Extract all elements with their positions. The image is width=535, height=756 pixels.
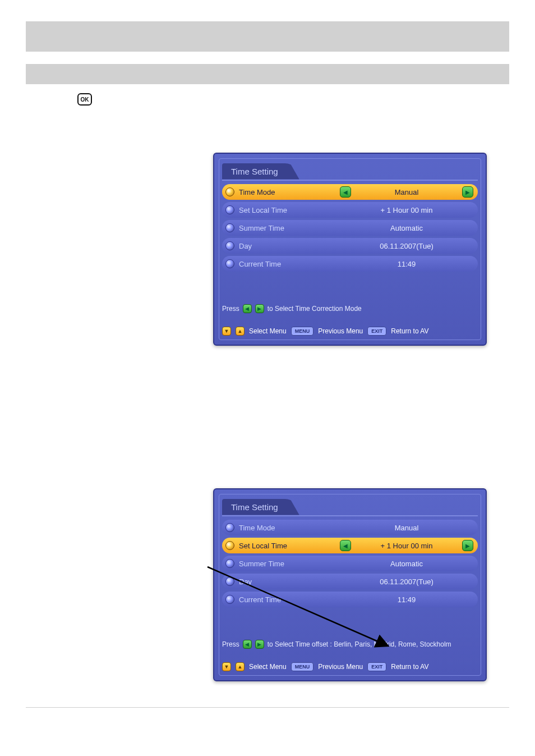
menu-row-current-time[interactable]: Current Time ◀ 11:49 ▶	[222, 256, 478, 272]
row-value: Manual	[351, 188, 462, 196]
osd-title-tab: Time Setting	[222, 497, 299, 516]
bullet-icon	[225, 205, 234, 214]
footer-exit: Return to AV	[391, 327, 428, 335]
hint-prefix: Press	[222, 305, 239, 313]
bullet-icon	[225, 541, 234, 550]
menu-row-set-local-time[interactable]: Set Local Time ◀ + 1 Hour 00 min ▶	[222, 538, 478, 553]
menu-tag: MENU	[291, 662, 314, 671]
footer-menu: Previous Menu	[318, 327, 363, 335]
row-value: 11:49	[351, 595, 462, 604]
footer-select: Select Menu	[249, 663, 287, 671]
exit-tag: EXIT	[367, 662, 386, 671]
row-value: + 1 Hour 00 min	[351, 542, 462, 550]
osd-tab-divider	[222, 515, 478, 516]
bullet-icon	[225, 577, 234, 586]
menu-row-summer-time[interactable]: Summer Time ◀ Automatic ▶	[222, 556, 478, 571]
row-value: 06.11.2007(Tue)	[351, 578, 462, 586]
section-heading-bar	[26, 21, 509, 52]
osd-time-setting-1: Time Setting Time Mode ◀ Manual ▶ Set Lo…	[213, 153, 487, 346]
exit-tag: EXIT	[367, 327, 386, 336]
hint-suffix: to Select Time offset : Berlin, Paris, M…	[268, 640, 451, 648]
menu-row-summer-time[interactable]: Summer Time ◀ Automatic ▶	[222, 220, 478, 236]
osd-menu-list: Time Mode ◀ Manual ▶ Set Local Time ◀ + …	[222, 184, 478, 272]
arrow-down-icon: ▼	[222, 327, 231, 336]
arrow-left-icon[interactable]: ◀	[340, 540, 351, 551]
osd-hint: Press ◀ ▶ to Select Time offset : Berlin…	[222, 640, 451, 649]
osd-time-setting-2: Time Setting Time Mode ◀ Manual ▶ Set Lo…	[213, 488, 487, 681]
row-value: + 1 Hour 00 min	[351, 206, 462, 214]
arrow-left-icon: ◀	[243, 640, 252, 649]
arrow-left-icon[interactable]: ◀	[340, 186, 351, 198]
menu-row-day[interactable]: Day ◀ 06.11.2007(Tue) ▶	[222, 574, 478, 589]
footer-exit: Return to AV	[391, 663, 428, 671]
bullet-icon	[225, 595, 234, 604]
row-value: Manual	[351, 524, 462, 532]
subsection-heading-bar	[26, 64, 509, 84]
osd-title-tab: Time Setting	[222, 162, 299, 181]
hint-prefix: Press	[222, 640, 239, 648]
row-value: 06.11.2007(Tue)	[351, 242, 462, 250]
row-label: Summer Time	[239, 224, 340, 232]
osd-hint: Press ◀ ▶ to Select Time Correction Mode	[222, 304, 362, 313]
bullet-icon	[225, 259, 234, 268]
arrow-down-icon: ▼	[222, 662, 231, 671]
row-label: Set Local Time	[239, 206, 340, 214]
menu-row-current-time[interactable]: Current Time ◀ 11:49 ▶	[222, 592, 478, 607]
arrow-right-icon: ▶	[255, 640, 264, 649]
arrow-right-icon: ▶	[255, 304, 264, 313]
bullet-icon	[225, 523, 234, 532]
bullet-icon	[225, 187, 234, 196]
row-value: Automatic	[351, 560, 462, 568]
arrow-up-icon: ▲	[236, 327, 245, 336]
row-label: Time Mode	[239, 524, 340, 532]
ok-icon: OK	[77, 93, 92, 106]
ok-key-reference: OK	[77, 93, 509, 106]
footer-menu: Previous Menu	[318, 663, 363, 671]
menu-row-time-mode[interactable]: Time Mode ◀ Manual ▶	[222, 520, 478, 535]
row-label: Day	[239, 578, 340, 586]
menu-row-time-mode[interactable]: Time Mode ◀ Manual ▶	[222, 184, 478, 200]
menu-tag: MENU	[291, 327, 314, 336]
osd-tab-divider	[222, 180, 478, 181]
arrow-up-icon: ▲	[236, 662, 245, 671]
osd-title: Time Setting	[222, 499, 299, 515]
arrow-right-icon[interactable]: ▶	[462, 186, 473, 198]
bullet-icon	[225, 223, 234, 232]
osd-footer: ▼ ▲ Select Menu MENU Previous Menu EXIT …	[222, 662, 428, 671]
arrow-right-icon[interactable]: ▶	[462, 540, 473, 551]
row-label: Current Time	[239, 595, 340, 604]
row-label: Set Local Time	[239, 542, 340, 550]
row-value: Automatic	[351, 224, 462, 232]
osd-menu-list: Time Mode ◀ Manual ▶ Set Local Time ◀ + …	[222, 520, 478, 607]
footer-select: Select Menu	[249, 327, 287, 335]
page-footer-divider	[26, 707, 509, 708]
osd-footer: ▼ ▲ Select Menu MENU Previous Menu EXIT …	[222, 327, 428, 336]
bullet-icon	[225, 559, 234, 568]
row-label: Current Time	[239, 260, 340, 268]
arrow-left-icon: ◀	[243, 304, 252, 313]
row-value: 11:49	[351, 260, 462, 268]
row-label: Day	[239, 242, 340, 250]
bullet-icon	[225, 241, 234, 250]
row-label: Summer Time	[239, 560, 340, 568]
row-label: Time Mode	[239, 188, 340, 196]
hint-suffix: to Select Time Correction Mode	[268, 305, 362, 313]
menu-row-set-local-time[interactable]: Set Local Time ◀ + 1 Hour 00 min ▶	[222, 202, 478, 218]
osd-title: Time Setting	[222, 163, 299, 180]
menu-row-day[interactable]: Day ◀ 06.11.2007(Tue) ▶	[222, 238, 478, 254]
